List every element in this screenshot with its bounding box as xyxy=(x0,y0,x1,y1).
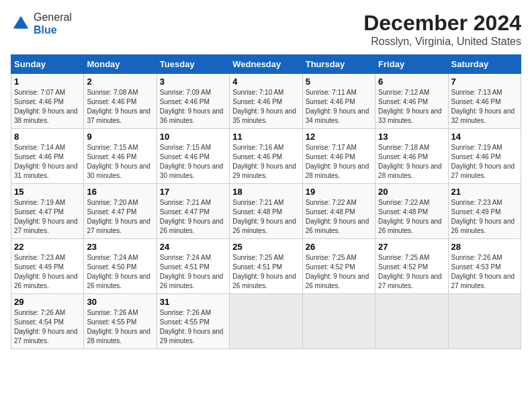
calendar-row: 29 Sunrise: 7:26 AMSunset: 4:54 PMDaylig… xyxy=(11,294,521,349)
header-row: Sunday Monday Tuesday Wednesday Thursday… xyxy=(11,55,521,74)
day-number: 1 xyxy=(14,77,81,87)
calendar-cell: 26 Sunrise: 7:25 AMSunset: 4:52 PMDaylig… xyxy=(302,239,375,294)
day-info: Sunrise: 7:19 AMSunset: 4:47 PMDaylight:… xyxy=(14,199,78,234)
day-info: Sunrise: 7:19 AMSunset: 4:46 PMDaylight:… xyxy=(451,144,515,179)
logo-icon xyxy=(11,13,31,34)
day-number: 25 xyxy=(232,242,299,252)
day-info: Sunrise: 7:15 AMSunset: 4:46 PMDaylight:… xyxy=(87,144,150,179)
day-info: Sunrise: 7:13 AMSunset: 4:46 PMDaylight:… xyxy=(451,89,515,124)
calendar-cell: 1 Sunrise: 7:07 AMSunset: 4:46 PMDayligh… xyxy=(11,74,84,129)
day-info: Sunrise: 7:26 AMSunset: 4:54 PMDaylight:… xyxy=(14,309,78,345)
logo-text: General Blue xyxy=(34,11,72,36)
col-saturday: Saturday xyxy=(448,55,521,74)
day-number: 5 xyxy=(306,77,372,87)
day-number: 13 xyxy=(378,132,445,142)
day-number: 22 xyxy=(14,242,81,252)
svg-rect-1 xyxy=(17,27,25,29)
day-number: 18 xyxy=(232,187,299,197)
logo: General Blue xyxy=(11,11,72,36)
calendar-cell: 20 Sunrise: 7:22 AMSunset: 4:48 PMDaylig… xyxy=(375,184,448,239)
day-info: Sunrise: 7:14 AMSunset: 4:46 PMDaylight:… xyxy=(14,144,78,179)
calendar-cell: 18 Sunrise: 7:21 AMSunset: 4:48 PMDaylig… xyxy=(230,184,302,239)
day-number: 20 xyxy=(378,187,445,197)
col-sunday: Sunday xyxy=(11,55,84,74)
calendar-cell xyxy=(448,294,521,349)
day-number: 14 xyxy=(451,132,518,142)
page-subtitle: Rosslyn, Virginia, United States xyxy=(363,36,521,48)
day-info: Sunrise: 7:25 AMSunset: 4:52 PMDaylight:… xyxy=(378,254,442,289)
calendar-cell: 8 Sunrise: 7:14 AMSunset: 4:46 PMDayligh… xyxy=(11,129,84,184)
calendar-cell: 2 Sunrise: 7:08 AMSunset: 4:46 PMDayligh… xyxy=(84,74,157,129)
day-info: Sunrise: 7:23 AMSunset: 4:49 PMDaylight:… xyxy=(451,199,515,234)
day-info: Sunrise: 7:07 AMSunset: 4:46 PMDaylight:… xyxy=(14,89,78,124)
calendar-cell: 3 Sunrise: 7:09 AMSunset: 4:46 PMDayligh… xyxy=(157,74,229,129)
calendar-cell: 24 Sunrise: 7:24 AMSunset: 4:51 PMDaylig… xyxy=(157,239,229,294)
page-container: General Blue December 2024 Rosslyn, Virg… xyxy=(0,0,532,355)
page-title: December 2024 xyxy=(363,11,521,36)
title-block: December 2024 Rosslyn, Virginia, United … xyxy=(363,11,521,48)
calendar-cell: 15 Sunrise: 7:19 AMSunset: 4:47 PMDaylig… xyxy=(11,184,84,239)
day-number: 23 xyxy=(87,242,153,252)
day-number: 11 xyxy=(232,132,299,142)
day-info: Sunrise: 7:25 AMSunset: 4:51 PMDaylight:… xyxy=(232,254,296,289)
calendar-cell: 25 Sunrise: 7:25 AMSunset: 4:51 PMDaylig… xyxy=(230,239,302,294)
day-number: 6 xyxy=(378,77,445,87)
day-info: Sunrise: 7:23 AMSunset: 4:49 PMDaylight:… xyxy=(14,254,78,289)
calendar-cell: 6 Sunrise: 7:12 AMSunset: 4:46 PMDayligh… xyxy=(375,74,448,129)
day-number: 29 xyxy=(14,297,81,307)
day-info: Sunrise: 7:22 AMSunset: 4:48 PMDaylight:… xyxy=(306,199,369,234)
col-wednesday: Wednesday xyxy=(230,55,302,74)
calendar-cell xyxy=(302,294,375,349)
calendar-cell: 17 Sunrise: 7:21 AMSunset: 4:47 PMDaylig… xyxy=(157,184,229,239)
day-info: Sunrise: 7:09 AMSunset: 4:46 PMDaylight:… xyxy=(160,89,224,124)
calendar-cell: 21 Sunrise: 7:23 AMSunset: 4:49 PMDaylig… xyxy=(448,184,521,239)
day-info: Sunrise: 7:25 AMSunset: 4:52 PMDaylight:… xyxy=(306,254,369,289)
calendar-cell xyxy=(230,294,302,349)
calendar-cell: 23 Sunrise: 7:24 AMSunset: 4:50 PMDaylig… xyxy=(84,239,157,294)
day-info: Sunrise: 7:15 AMSunset: 4:46 PMDaylight:… xyxy=(160,144,224,179)
day-number: 7 xyxy=(451,77,518,87)
day-number: 15 xyxy=(14,187,81,197)
day-info: Sunrise: 7:11 AMSunset: 4:46 PMDaylight:… xyxy=(306,89,369,124)
calendar-cell: 30 Sunrise: 7:26 AMSunset: 4:55 PMDaylig… xyxy=(84,294,157,349)
calendar-cell: 31 Sunrise: 7:26 AMSunset: 4:55 PMDaylig… xyxy=(157,294,229,349)
day-number: 24 xyxy=(160,242,226,252)
calendar-row: 1 Sunrise: 7:07 AMSunset: 4:46 PMDayligh… xyxy=(11,74,521,129)
day-number: 16 xyxy=(87,187,153,197)
day-info: Sunrise: 7:24 AMSunset: 4:51 PMDaylight:… xyxy=(160,254,224,289)
day-info: Sunrise: 7:17 AMSunset: 4:46 PMDaylight:… xyxy=(306,144,369,179)
day-number: 4 xyxy=(232,77,299,87)
page-header: General Blue December 2024 Rosslyn, Virg… xyxy=(11,11,521,48)
day-number: 27 xyxy=(378,242,445,252)
calendar-table: Sunday Monday Tuesday Wednesday Thursday… xyxy=(11,54,521,349)
day-info: Sunrise: 7:21 AMSunset: 4:48 PMDaylight:… xyxy=(232,199,296,234)
day-number: 31 xyxy=(160,297,226,307)
day-info: Sunrise: 7:24 AMSunset: 4:50 PMDaylight:… xyxy=(87,254,150,289)
col-monday: Monday xyxy=(84,55,157,74)
day-info: Sunrise: 7:20 AMSunset: 4:47 PMDaylight:… xyxy=(87,199,150,234)
day-info: Sunrise: 7:16 AMSunset: 4:46 PMDaylight:… xyxy=(232,144,296,179)
day-number: 26 xyxy=(306,242,372,252)
calendar-row: 8 Sunrise: 7:14 AMSunset: 4:46 PMDayligh… xyxy=(11,129,521,184)
calendar-cell: 10 Sunrise: 7:15 AMSunset: 4:46 PMDaylig… xyxy=(157,129,229,184)
day-info: Sunrise: 7:10 AMSunset: 4:46 PMDaylight:… xyxy=(232,89,296,124)
day-info: Sunrise: 7:26 AMSunset: 4:55 PMDaylight:… xyxy=(87,309,150,345)
calendar-cell: 4 Sunrise: 7:10 AMSunset: 4:46 PMDayligh… xyxy=(230,74,302,129)
day-info: Sunrise: 7:26 AMSunset: 4:53 PMDaylight:… xyxy=(451,254,515,289)
day-number: 17 xyxy=(160,187,226,197)
calendar-cell xyxy=(375,294,448,349)
calendar-cell: 27 Sunrise: 7:25 AMSunset: 4:52 PMDaylig… xyxy=(375,239,448,294)
calendar-cell: 22 Sunrise: 7:23 AMSunset: 4:49 PMDaylig… xyxy=(11,239,84,294)
calendar-cell: 12 Sunrise: 7:17 AMSunset: 4:46 PMDaylig… xyxy=(302,129,375,184)
day-info: Sunrise: 7:12 AMSunset: 4:46 PMDaylight:… xyxy=(378,89,442,124)
calendar-cell: 16 Sunrise: 7:20 AMSunset: 4:47 PMDaylig… xyxy=(84,184,157,239)
calendar-cell: 29 Sunrise: 7:26 AMSunset: 4:54 PMDaylig… xyxy=(11,294,84,349)
calendar-cell: 11 Sunrise: 7:16 AMSunset: 4:46 PMDaylig… xyxy=(230,129,302,184)
calendar-row: 15 Sunrise: 7:19 AMSunset: 4:47 PMDaylig… xyxy=(11,184,521,239)
day-number: 8 xyxy=(14,132,81,142)
col-friday: Friday xyxy=(375,55,448,74)
day-number: 2 xyxy=(87,77,153,87)
day-number: 9 xyxy=(87,132,153,142)
calendar-cell: 28 Sunrise: 7:26 AMSunset: 4:53 PMDaylig… xyxy=(448,239,521,294)
calendar-cell: 7 Sunrise: 7:13 AMSunset: 4:46 PMDayligh… xyxy=(448,74,521,129)
